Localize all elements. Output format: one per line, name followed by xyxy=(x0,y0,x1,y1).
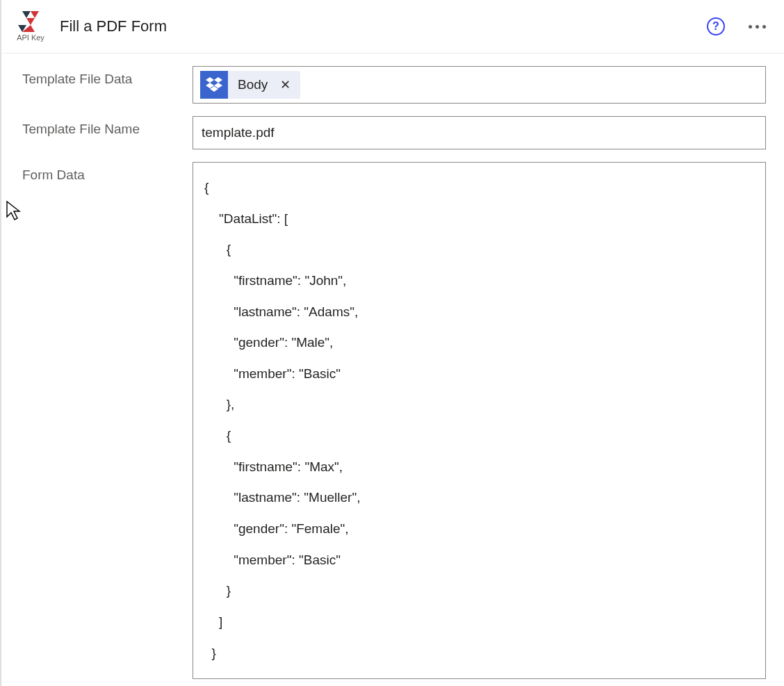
svg-marker-5 xyxy=(206,77,214,83)
connector-logo: API Key xyxy=(11,7,50,46)
pdf4me-icon xyxy=(18,11,43,32)
svg-marker-6 xyxy=(214,77,222,83)
connector-sublabel: API Key xyxy=(17,33,44,42)
token-body[interactable]: Body ✕ xyxy=(200,71,300,99)
token-remove-icon[interactable]: ✕ xyxy=(277,79,293,91)
card-title: Fill a PDF Form xyxy=(60,17,697,35)
action-card: API Key Fill a PDF Form ? Template File … xyxy=(0,0,784,686)
row-template-file-name: Template File Name xyxy=(22,116,766,149)
label-form-data: Form Data xyxy=(22,162,179,183)
token-label: Body xyxy=(238,77,268,92)
template-file-name-field[interactable] xyxy=(200,121,758,145)
svg-marker-2 xyxy=(26,18,35,25)
svg-marker-1 xyxy=(31,11,39,18)
input-form-data[interactable]: { "DataList": [ { "firstname": "John", "… xyxy=(193,162,766,679)
header-actions: ? xyxy=(707,17,770,35)
row-form-data: Form Data { "DataList": [ { "firstname":… xyxy=(22,162,766,679)
card-header: API Key Fill a PDF Form ? xyxy=(1,0,784,54)
input-template-file-name[interactable] xyxy=(193,116,766,149)
input-template-file-data[interactable]: Body ✕ xyxy=(193,66,766,104)
dropbox-icon xyxy=(200,71,228,99)
label-template-file-name: Template File Name xyxy=(22,116,179,137)
row-template-file-data: Template File Data Body ✕ xyxy=(22,66,766,104)
card-body: Template File Data Body ✕ xyxy=(1,54,784,686)
help-icon[interactable]: ? xyxy=(707,17,725,35)
label-template-file-data: Template File Data xyxy=(22,66,179,87)
more-icon[interactable] xyxy=(744,21,770,33)
svg-marker-0 xyxy=(22,11,31,18)
